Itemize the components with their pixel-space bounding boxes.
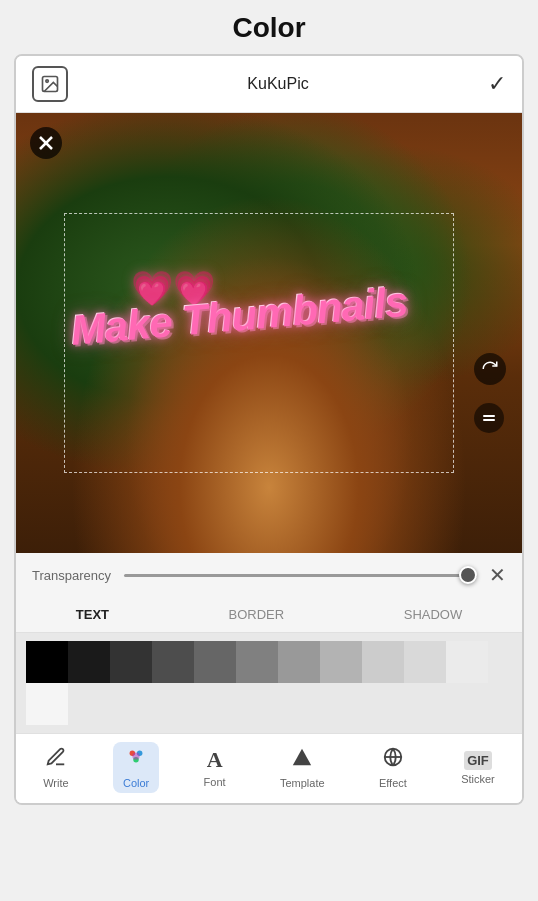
bottom-nav: Write Color A Font (16, 733, 522, 803)
svg-point-9 (132, 752, 139, 759)
effect-icon (382, 746, 404, 774)
swatch-light1[interactable] (362, 641, 404, 683)
swatch-dark1[interactable] (68, 641, 110, 683)
top-bar: KuKuPic ✓ (16, 56, 522, 113)
bottom-panel: Transparency ✕ TEXT BORDER SHADOW (16, 553, 522, 803)
tab-shadow[interactable]: SHADOW (388, 603, 479, 626)
confirm-button[interactable]: ✓ (488, 71, 506, 97)
canvas-area: 💗💗 Make Thumbnails (16, 113, 522, 553)
nav-effect-label: Effect (379, 777, 407, 789)
nav-font-label: Font (204, 776, 226, 788)
swatch-light3[interactable] (446, 641, 488, 683)
transparency-row: Transparency ✕ (16, 553, 522, 597)
nav-color[interactable]: Color (113, 742, 159, 793)
nav-template[interactable]: Template (270, 742, 335, 793)
swatch-gray1[interactable] (194, 641, 236, 683)
swatch-dark3[interactable] (152, 641, 194, 683)
swatch-light2[interactable] (404, 641, 446, 683)
transparency-slider[interactable] (124, 574, 477, 577)
top-bar-title: KuKuPic (247, 75, 308, 93)
image-icon[interactable] (32, 66, 68, 102)
font-icon: A (207, 747, 223, 773)
sticker-icon: GIF (464, 751, 492, 770)
page-title: Color (0, 0, 538, 54)
close-panel-button[interactable]: ✕ (489, 565, 506, 585)
nav-write[interactable]: Write (33, 742, 78, 793)
tab-text[interactable]: TEXT (60, 603, 125, 626)
nav-font[interactable]: A Font (194, 743, 236, 792)
write-icon (45, 746, 67, 774)
text-element[interactable]: 💗💗 Make Thumbnails (71, 268, 461, 354)
slider-thumb[interactable] (459, 566, 477, 584)
svg-rect-4 (483, 415, 495, 417)
nav-sticker-label: Sticker (461, 773, 495, 785)
tab-border[interactable]: BORDER (213, 603, 301, 626)
transparency-label: Transparency (32, 568, 112, 583)
move-handle-button[interactable] (474, 403, 504, 433)
nav-effect[interactable]: Effect (369, 742, 417, 793)
color-swatches-grid (16, 633, 522, 733)
nav-template-label: Template (280, 777, 325, 789)
swatch-gray3[interactable] (278, 641, 320, 683)
close-element-button[interactable] (30, 127, 62, 159)
template-icon (291, 746, 313, 774)
svg-marker-10 (293, 749, 311, 766)
rotate-button[interactable] (474, 353, 506, 385)
svg-point-1 (46, 80, 49, 83)
swatch-gray4[interactable] (320, 641, 362, 683)
nav-color-label: Color (123, 777, 149, 789)
phone-frame: KuKuPic ✓ (14, 54, 524, 805)
swatch-dark2[interactable] (110, 641, 152, 683)
nav-write-label: Write (43, 777, 68, 789)
svg-rect-5 (483, 419, 495, 421)
color-icon (125, 746, 147, 774)
swatch-black[interactable] (26, 641, 68, 683)
nav-sticker[interactable]: GIF Sticker (451, 747, 505, 789)
swatch-white1[interactable] (26, 683, 68, 725)
color-tabs: TEXT BORDER SHADOW (16, 597, 522, 633)
swatch-gray2[interactable] (236, 641, 278, 683)
